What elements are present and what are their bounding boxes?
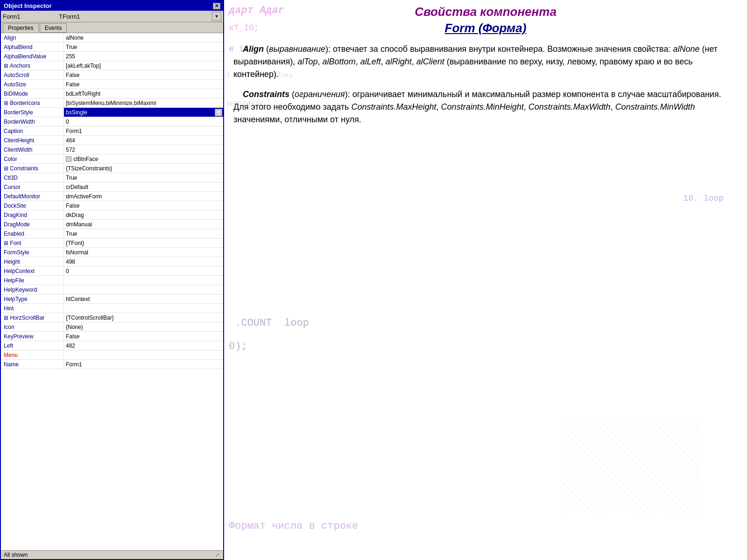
table-row[interactable]: Height498 bbox=[1, 257, 223, 266]
table-row[interactable]: BorderWidth0 bbox=[1, 117, 223, 126]
term-align-ru: выравнивание bbox=[269, 44, 325, 54]
table-row[interactable]: ClientHeight464 bbox=[1, 136, 223, 145]
table-row[interactable]: HelpTypehtContext bbox=[1, 294, 223, 304]
property-value: [akLeft,akTop] bbox=[64, 61, 223, 70]
table-row[interactable]: ⊞ Font{TFont} bbox=[1, 238, 223, 248]
table-row[interactable]: DragKinddkDrag bbox=[1, 210, 223, 220]
property-value: dkDrag bbox=[64, 210, 223, 219]
property-value: dmManual bbox=[64, 220, 223, 229]
property-name: Hint bbox=[1, 304, 64, 313]
val-maxwidth: Constraints.MaxWidth bbox=[529, 102, 611, 112]
table-row[interactable]: DockSiteFalse bbox=[1, 201, 223, 210]
property-value[interactable]: bsSingle▼ bbox=[64, 108, 223, 117]
content-wrapper: Свойства компонента Form (Форма) Align (… bbox=[233, 5, 738, 126]
table-row[interactable]: ⊞ Constraints{TSizeConstraints} bbox=[1, 164, 223, 173]
dropdown-arrow-icon[interactable]: ▼ bbox=[215, 109, 222, 116]
close-button[interactable]: ✕ bbox=[213, 3, 220, 9]
table-row[interactable]: HelpFile bbox=[1, 276, 223, 285]
property-value: 498 bbox=[64, 257, 223, 266]
property-value: dmActiveForm bbox=[64, 192, 223, 201]
table-row[interactable]: Left482 bbox=[1, 341, 223, 350]
table-row[interactable]: ClientWidth572 bbox=[1, 145, 223, 154]
table-row[interactable]: AlphaBlendValue255 bbox=[1, 52, 223, 61]
table-row[interactable]: Ctl3DTrue bbox=[1, 173, 223, 182]
property-value: crDefault bbox=[64, 182, 223, 191]
property-name: Menu bbox=[1, 350, 64, 359]
property-name: Enabled bbox=[1, 229, 64, 238]
component-type: TForm1 bbox=[59, 13, 212, 20]
property-name: Caption bbox=[1, 126, 64, 135]
table-row[interactable]: ⊞ BorderIcons[biSystemMenu,biMinimize,bi… bbox=[1, 98, 223, 108]
property-value bbox=[64, 304, 223, 313]
table-row[interactable]: KeyPreviewFalse bbox=[1, 332, 223, 341]
property-name: HelpType bbox=[1, 294, 64, 303]
property-name: Ctl3D bbox=[1, 173, 64, 182]
value-alnone: alNone bbox=[673, 44, 699, 54]
properties-table[interactable]: AlignalNoneAlphaBlendTrueAlphaBlendValue… bbox=[1, 33, 223, 550]
property-name: HelpKeyword bbox=[1, 285, 64, 294]
table-row[interactable]: ⊞ Anchors[akLeft,akTop] bbox=[1, 61, 223, 70]
table-row[interactable]: Menu bbox=[1, 350, 223, 360]
property-value: 255 bbox=[64, 52, 223, 61]
property-name: FormStyle bbox=[1, 248, 64, 257]
property-value: Form1 bbox=[64, 360, 223, 369]
table-row[interactable]: NameForm1 bbox=[1, 360, 223, 369]
property-value: False bbox=[64, 332, 223, 341]
main-title: Свойства компонента bbox=[233, 5, 738, 19]
property-value: {TSizeConstraints} bbox=[64, 164, 223, 173]
property-value: False bbox=[64, 201, 223, 210]
table-row[interactable]: ⊞ HorzScrollBar{TControlScrollBar} bbox=[1, 313, 223, 322]
table-row[interactable]: BiDiModebdLeftToRight bbox=[1, 89, 223, 98]
property-name: ClientHeight bbox=[1, 136, 64, 145]
table-row[interactable]: ColorclBtnFace bbox=[1, 154, 223, 164]
table-row[interactable]: AutoScrollFalse bbox=[1, 70, 223, 80]
value-alleft: alLeft bbox=[360, 57, 381, 66]
component-dropdown[interactable]: ▼ bbox=[212, 12, 221, 21]
table-row[interactable]: Icon{None} bbox=[1, 322, 223, 332]
property-name: ⊞ Anchors bbox=[1, 61, 64, 70]
property-name: BiDiMode bbox=[1, 89, 64, 98]
resize-corner: ⟋ bbox=[215, 552, 220, 558]
value-alclient: alClient bbox=[416, 57, 444, 66]
tab-properties[interactable]: Properties bbox=[3, 23, 39, 33]
object-inspector: Object Inspector ✕ Form1 TForm1 ▼ Proper… bbox=[0, 0, 224, 560]
property-name: DragKind bbox=[1, 210, 64, 219]
sub-title: Form (Форма) bbox=[233, 21, 738, 35]
property-value: [biSystemMenu,biMinimize,biMaximi bbox=[64, 98, 223, 107]
property-value: True bbox=[64, 173, 223, 182]
table-row[interactable]: BorderStylebsSingle▼ bbox=[1, 108, 223, 117]
property-name: HelpFile bbox=[1, 276, 64, 285]
property-value: alNone bbox=[64, 33, 223, 42]
property-name: BorderStyle bbox=[1, 108, 64, 117]
property-name: Height bbox=[1, 257, 64, 266]
property-name: Left bbox=[1, 341, 64, 350]
table-row[interactable]: AlignalNone bbox=[1, 33, 223, 42]
property-value bbox=[64, 350, 223, 359]
property-value: fsNormal bbox=[64, 248, 223, 257]
footer-text: All shown bbox=[4, 552, 28, 558]
table-row[interactable]: FormStylefsNormal bbox=[1, 248, 223, 257]
table-row[interactable]: HelpKeyword bbox=[1, 285, 223, 294]
table-row[interactable]: AutoSizeFalse bbox=[1, 80, 223, 89]
table-row[interactable]: Hint bbox=[1, 304, 223, 313]
table-row[interactable]: AlphaBlendTrue bbox=[1, 42, 223, 52]
property-value: bdLeftToRight bbox=[64, 89, 223, 98]
watermark-lines bbox=[560, 420, 700, 513]
table-row[interactable]: EnabledTrue bbox=[1, 229, 223, 238]
paragraph-align: Align (выравнивание): отвечает за способ… bbox=[233, 43, 738, 81]
value-albottom: alBottom bbox=[323, 57, 356, 66]
table-row[interactable]: HelpContext0 bbox=[1, 266, 223, 276]
val-maxheight: Constraints.MaxHeight bbox=[352, 102, 437, 112]
property-name: AlphaBlendValue bbox=[1, 52, 64, 61]
table-row[interactable]: CaptionForm1 bbox=[1, 126, 223, 136]
property-name: HelpContext bbox=[1, 266, 64, 275]
table-row[interactable]: CursorcrDefault bbox=[1, 182, 223, 192]
property-name: AutoSize bbox=[1, 80, 64, 89]
table-row[interactable]: DragModedmManual bbox=[1, 220, 223, 229]
tab-events[interactable]: Events bbox=[40, 23, 67, 33]
property-value: clBtnFace bbox=[64, 154, 223, 163]
property-name: DefaultMonitor bbox=[1, 192, 64, 201]
property-value: False bbox=[64, 80, 223, 89]
table-row[interactable]: DefaultMonitordmActiveForm bbox=[1, 192, 223, 201]
property-value: 0 bbox=[64, 266, 223, 275]
